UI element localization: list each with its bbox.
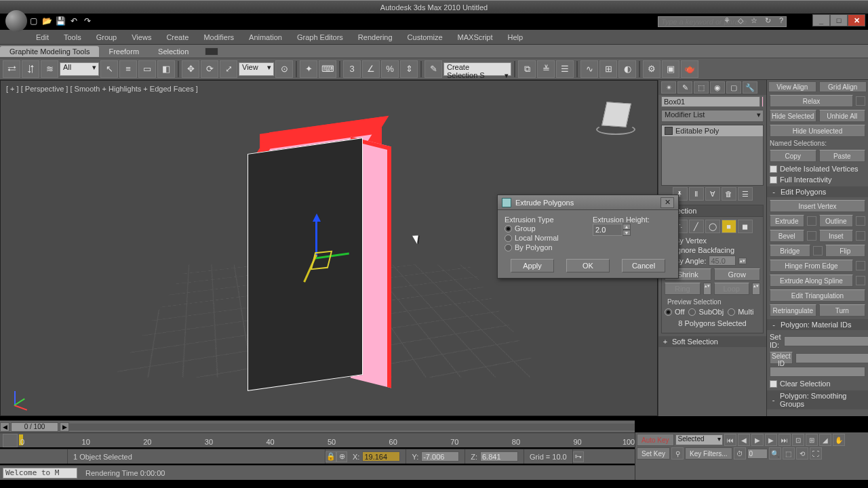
by-vertex-check[interactable]: By Vertex — [665, 236, 760, 245]
close-button[interactable]: ✕ — [848, 14, 865, 26]
viewcube[interactable] — [596, 101, 637, 135]
menu-animation[interactable]: Animation — [243, 31, 288, 43]
key-filters-button[interactable]: Key Filters... — [685, 447, 732, 460]
hinge-settings-icon[interactable] — [856, 261, 865, 270]
save-icon[interactable]: 💾 — [54, 15, 66, 27]
scale-icon[interactable]: ⤢ — [220, 60, 237, 78]
extrusion-height-input[interactable] — [593, 224, 623, 236]
key-mode-icon[interactable]: ⚲ — [671, 447, 684, 460]
insert-vertex-button[interactable]: Insert Vertex — [770, 200, 865, 212]
preview-subobj-radio[interactable]: SubObj — [688, 307, 724, 317]
rotate-icon[interactable]: ⟳ — [201, 60, 218, 78]
ring-button[interactable]: Ring — [665, 283, 701, 295]
time-config-icon[interactable]: ⏱ — [734, 447, 746, 460]
gizmo-z-axis[interactable] — [315, 216, 317, 257]
configure-sets-icon[interactable]: ☰ — [738, 187, 753, 201]
menu-graph-editors[interactable]: Graph Editors — [291, 31, 349, 43]
delete-isolated-check[interactable]: ✓Delete Isolated Vertices — [767, 163, 868, 174]
auto-key-button[interactable]: Auto Key — [637, 434, 674, 446]
ribbon-expand-icon[interactable] — [205, 47, 218, 56]
relax-button[interactable]: Relax — [770, 95, 853, 107]
curve-editor-icon[interactable]: ∿ — [580, 60, 598, 78]
motion-tab-icon[interactable]: ◉ — [710, 81, 725, 94]
create-tab-icon[interactable]: ✴ — [661, 81, 676, 94]
snap-toggle-icon[interactable]: 3 — [343, 60, 361, 78]
select-name-icon[interactable]: ≡ — [119, 60, 137, 78]
extrude-button[interactable]: Extrude — [770, 215, 804, 227]
redo-icon[interactable]: ↷ — [81, 15, 94, 27]
set-id-input[interactable] — [784, 336, 868, 346]
percent-snap-icon[interactable]: % — [381, 60, 399, 78]
border-subobj-icon[interactable]: ◯ — [705, 220, 720, 233]
spinner-snap-icon[interactable]: ⇕ — [400, 60, 418, 78]
dialog-close-button[interactable]: ✕ — [660, 197, 674, 208]
current-frame-input[interactable] — [747, 449, 768, 459]
undo-icon[interactable]: ↶ — [68, 15, 80, 27]
isolate-icon[interactable]: 🗝 — [573, 451, 584, 462]
edit-named-sel-icon[interactable]: ✎ — [425, 60, 442, 78]
modifier-stack[interactable]: Editable Poly — [661, 125, 764, 186]
polygon-subobj-icon[interactable]: ■ — [722, 220, 736, 233]
keyboard-shortcut-icon[interactable]: ⌨ — [319, 60, 336, 78]
x-coord-input[interactable] — [362, 451, 400, 462]
soft-selection-rollout[interactable]: +Soft Selection — [658, 336, 766, 347]
menu-help[interactable]: Help — [502, 31, 530, 43]
edge-subobj-icon[interactable]: ╱ — [689, 220, 704, 233]
retriangulate-button[interactable]: Retriangulate — [770, 304, 816, 317]
align-icon[interactable]: ≚ — [537, 60, 555, 78]
radio-group[interactable]: Group — [505, 224, 583, 233]
key-filter-combo[interactable]: Selected — [675, 434, 723, 445]
menu-group[interactable]: Group — [90, 31, 123, 43]
goto-start-icon[interactable]: ⏮ — [724, 434, 736, 446]
ref-coord-combo[interactable]: View — [239, 62, 274, 76]
zoom-all-icon[interactable]: ⊞ — [806, 434, 818, 446]
inset-settings-icon[interactable] — [856, 231, 865, 241]
play-icon[interactable]: ▶ — [751, 434, 764, 446]
material-editor-icon[interactable]: ◐ — [618, 60, 636, 78]
paste-named-button[interactable]: Paste — [819, 150, 866, 162]
schematic-view-icon[interactable]: ⊞ — [599, 60, 617, 78]
time-prev-icon[interactable]: ◀ — [0, 422, 9, 432]
outline-settings-icon[interactable] — [856, 216, 865, 226]
object-color-swatch[interactable] — [762, 96, 764, 107]
outline-button[interactable]: Outline — [819, 215, 854, 227]
help-icon[interactable]: ? — [776, 16, 787, 25]
bevel-button[interactable]: Bevel — [770, 230, 804, 242]
element-subobj-icon[interactable]: ◼ — [738, 220, 753, 233]
next-frame-icon[interactable]: ▶ — [765, 434, 777, 446]
set-key-button[interactable]: Set Key — [637, 447, 670, 460]
minimize-button[interactable]: _ — [812, 14, 830, 26]
hinge-button[interactable]: Hinge From Edge — [770, 260, 853, 272]
track-bar[interactable]: 0 10 20 30 40 50 60 70 80 90 100 — [0, 432, 635, 447]
tab-freeform[interactable]: Freeform — [99, 46, 149, 57]
use-pivot-icon[interactable]: ⊙ — [275, 60, 293, 78]
stack-item-editable-poly[interactable]: Editable Poly — [662, 125, 763, 136]
extrude-settings-icon[interactable] — [807, 216, 816, 226]
extrude-spline-settings-icon[interactable] — [856, 276, 865, 285]
viewport-perspective[interactable]: [ + ] [ Perspective ] [ Smooth + Highlig… — [0, 80, 658, 416]
edit-tri-button[interactable]: Edit Triangulation — [770, 289, 865, 302]
open-icon[interactable]: 📂 — [41, 15, 53, 27]
utilities-tab-icon[interactable]: 🔧 — [743, 81, 757, 94]
hide-unselected-button[interactable]: Hide Unselected — [770, 125, 865, 137]
select-id-input[interactable] — [795, 353, 868, 363]
menu-modifiers[interactable]: Modifiers — [197, 31, 240, 43]
object-name-input[interactable] — [661, 96, 760, 107]
bridge-button[interactable]: Bridge — [770, 245, 810, 257]
layers-icon[interactable]: ☰ — [556, 60, 574, 78]
move-icon[interactable]: ✥ — [182, 60, 199, 78]
by-angle-check[interactable]: By Angle: ▴▾ — [665, 255, 760, 266]
material-ids-rollout[interactable]: -Polygon: Material IDs — [767, 319, 868, 330]
app-icon[interactable] — [5, 10, 27, 32]
favorites-icon[interactable]: ☆ — [749, 16, 760, 25]
flip-button[interactable]: Flip — [825, 245, 866, 257]
time-slider-handle[interactable]: 0 / 100 — [11, 422, 58, 432]
make-unique-icon[interactable]: ∀ — [705, 187, 720, 201]
render-setup-icon[interactable]: ⚙ — [643, 60, 660, 78]
pan-icon[interactable]: ✋ — [833, 434, 845, 446]
select-manipulate-icon[interactable]: ✦ — [300, 60, 317, 78]
unlink-icon[interactable]: ⮃ — [22, 60, 39, 78]
named-sel-combo[interactable]: Create Selection S — [443, 62, 511, 76]
mini-curve-editor-icon[interactable] — [3, 434, 18, 447]
new-icon[interactable]: ▢ — [27, 15, 39, 27]
